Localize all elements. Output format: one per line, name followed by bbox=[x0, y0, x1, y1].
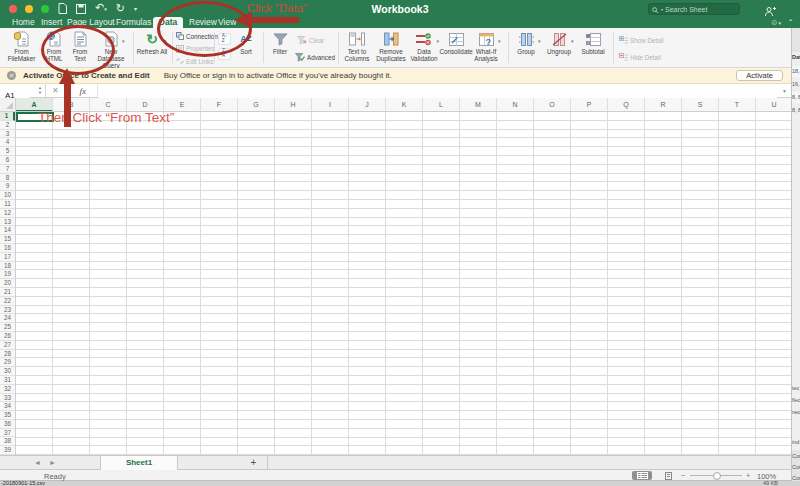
tab-review[interactable]: Review bbox=[189, 17, 217, 28]
cancel-entry-icon[interactable]: ✕ bbox=[52, 86, 59, 95]
row-header-10[interactable]: 10 bbox=[0, 191, 15, 200]
sort-descending-button[interactable]: Z↓A bbox=[218, 48, 231, 60]
column-header-q[interactable]: Q bbox=[608, 98, 645, 112]
data-validation-button[interactable]: ▾ Data Validation bbox=[409, 30, 439, 62]
from-html-button[interactable]: From HTML bbox=[41, 30, 67, 62]
row-header-28[interactable]: 28 bbox=[0, 350, 15, 359]
row-header-30[interactable]: 30 bbox=[0, 367, 15, 376]
dismiss-notice-icon[interactable]: ✕ bbox=[7, 71, 16, 80]
properties-button[interactable]: Properties bbox=[176, 45, 215, 53]
name-box[interactable]: ▲▼ bbox=[0, 84, 46, 97]
cell-grid[interactable] bbox=[16, 112, 791, 455]
search-box[interactable]: ▾ bbox=[648, 3, 740, 15]
row-header-6[interactable]: 6 bbox=[0, 156, 15, 165]
row-header-15[interactable]: 15 bbox=[0, 235, 15, 244]
remove-duplicates-button[interactable]: Remove Duplicates bbox=[374, 30, 408, 62]
column-header-s[interactable]: S bbox=[682, 98, 719, 112]
formula-bar-expand-icon[interactable]: ▼ bbox=[782, 88, 787, 94]
hide-detail-button[interactable]: Hide Detail bbox=[619, 53, 661, 61]
tab-view[interactable]: View bbox=[218, 17, 236, 28]
row-header-39[interactable]: 39 bbox=[0, 446, 15, 455]
row-header-9[interactable]: 9 bbox=[0, 182, 15, 191]
selected-cell-a1[interactable] bbox=[16, 112, 54, 122]
column-header-m[interactable]: M bbox=[460, 98, 497, 112]
text-to-columns-button[interactable]: Text to Columns bbox=[341, 30, 373, 62]
row-header-20[interactable]: 20 bbox=[0, 279, 15, 288]
next-sheet-icon[interactable]: ► bbox=[49, 459, 64, 466]
ungroup-button[interactable]: ▾ Ungroup bbox=[543, 30, 575, 55]
column-header-j[interactable]: J bbox=[349, 98, 386, 112]
column-header-f[interactable]: F bbox=[201, 98, 238, 112]
row-header-38[interactable]: 38 bbox=[0, 437, 15, 446]
row-header-2[interactable]: 2 bbox=[0, 121, 15, 130]
group-button[interactable]: ▾ Group bbox=[512, 30, 540, 55]
row-header-26[interactable]: 26 bbox=[0, 332, 15, 341]
tab-formulas[interactable]: Formulas bbox=[116, 17, 151, 28]
clear-filter-button[interactable]: Clear bbox=[297, 36, 324, 45]
column-header-b[interactable]: B bbox=[53, 98, 90, 112]
row-header-34[interactable]: 34 bbox=[0, 402, 15, 411]
collapse-ribbon-icon[interactable]: ˆ bbox=[789, 18, 792, 28]
column-header-a[interactable]: A bbox=[16, 98, 53, 112]
row-header-29[interactable]: 29 bbox=[0, 358, 15, 367]
advanced-filter-button[interactable]: Advanced bbox=[295, 53, 335, 62]
row-header-31[interactable]: 31 bbox=[0, 376, 15, 385]
row-header-18[interactable]: 18 bbox=[0, 262, 15, 271]
row-header-14[interactable]: 14 bbox=[0, 226, 15, 235]
insert-function-icon[interactable]: fx bbox=[79, 86, 86, 96]
feedback-smiley-icon[interactable]: ☺▾ bbox=[770, 18, 781, 27]
tab-home[interactable]: Home bbox=[12, 17, 35, 28]
tab-page-layout[interactable]: Page Layout bbox=[67, 17, 115, 28]
row-header-19[interactable]: 19 bbox=[0, 270, 15, 279]
column-header-u[interactable]: U bbox=[756, 98, 791, 112]
consolidate-button[interactable]: Consolidate bbox=[440, 30, 472, 55]
column-header-l[interactable]: L bbox=[423, 98, 460, 112]
row-header-5[interactable]: 5 bbox=[0, 147, 15, 156]
column-header-d[interactable]: D bbox=[127, 98, 164, 112]
new-database-query-button[interactable]: ▾ New Database Query bbox=[93, 30, 129, 69]
column-header-n[interactable]: N bbox=[497, 98, 534, 112]
sort-ascending-button[interactable]: A↓Z bbox=[218, 33, 231, 45]
row-header-12[interactable]: 12 bbox=[0, 209, 15, 218]
row-header-25[interactable]: 25 bbox=[0, 323, 15, 332]
edit-links-button[interactable]: Edit Links bbox=[176, 57, 213, 65]
name-box-stepper-icon[interactable]: ▲▼ bbox=[38, 86, 42, 95]
page-layout-view-button[interactable] bbox=[658, 471, 678, 480]
row-header-16[interactable]: 16 bbox=[0, 244, 15, 253]
row-header-3[interactable]: 3 bbox=[0, 130, 15, 139]
zoom-out-icon[interactable]: − bbox=[681, 471, 685, 480]
sheet-tab-sheet1[interactable]: Sheet1 bbox=[100, 456, 178, 470]
row-header-37[interactable]: 37 bbox=[0, 429, 15, 438]
column-header-p[interactable]: P bbox=[571, 98, 608, 112]
row-header-1[interactable]: 1 bbox=[0, 112, 15, 121]
normal-view-button[interactable] bbox=[632, 471, 652, 480]
column-header-k[interactable]: K bbox=[386, 98, 423, 112]
row-header-17[interactable]: 17 bbox=[0, 253, 15, 262]
column-header-i[interactable]: I bbox=[312, 98, 349, 112]
row-header-8[interactable]: 8 bbox=[0, 174, 15, 183]
row-header-13[interactable]: 13 bbox=[0, 218, 15, 227]
column-header-r[interactable]: R bbox=[645, 98, 682, 112]
select-all-corner[interactable] bbox=[0, 98, 16, 112]
tab-insert[interactable]: Insert bbox=[41, 17, 62, 28]
column-header-t[interactable]: T bbox=[719, 98, 756, 112]
sort-button[interactable]: AZ Sort bbox=[234, 30, 258, 55]
row-header-4[interactable]: 4 bbox=[0, 138, 15, 147]
prev-sheet-icon[interactable]: ◄ bbox=[34, 459, 49, 466]
from-filemaker-button[interactable]: From FileMaker bbox=[3, 30, 40, 62]
zoom-slider[interactable] bbox=[690, 475, 742, 476]
row-header-35[interactable]: 35 bbox=[0, 411, 15, 420]
refresh-all-button[interactable]: ↻▾ Refresh All bbox=[136, 30, 168, 55]
row-header-21[interactable]: 21 bbox=[0, 288, 15, 297]
column-header-o[interactable]: O bbox=[534, 98, 571, 112]
column-header-c[interactable]: C bbox=[90, 98, 127, 112]
column-header-g[interactable]: G bbox=[238, 98, 275, 112]
add-sheet-button[interactable]: + bbox=[240, 456, 268, 470]
row-header-27[interactable]: 27 bbox=[0, 341, 15, 350]
show-detail-button[interactable]: Show Detail bbox=[619, 36, 664, 44]
column-header-e[interactable]: E bbox=[164, 98, 201, 112]
row-header-11[interactable]: 11 bbox=[0, 200, 15, 209]
row-header-7[interactable]: 7 bbox=[0, 165, 15, 174]
subtotal-button[interactable]: Subtotal bbox=[578, 30, 608, 55]
zoom-slider-thumb[interactable] bbox=[713, 472, 721, 480]
